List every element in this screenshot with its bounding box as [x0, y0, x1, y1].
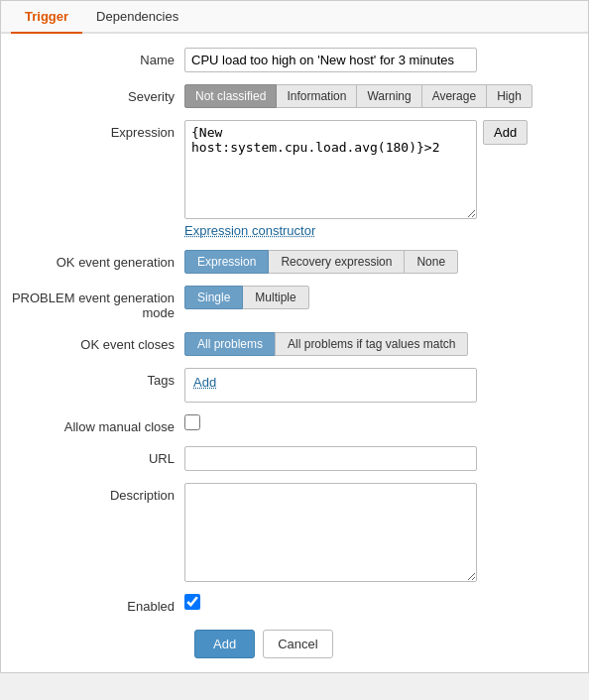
description-label: Description [11, 483, 184, 503]
url-label: URL [11, 446, 184, 466]
tabs-bar: Trigger Dependencies [1, 1, 588, 34]
expression-label: Expression [11, 120, 184, 140]
url-row: URL [11, 446, 578, 471]
allow-manual-row: Allow manual close [11, 414, 578, 434]
tab-trigger[interactable]: Trigger [11, 1, 82, 34]
ok-closes-label: OK event closes [11, 332, 184, 352]
name-control [184, 48, 578, 72]
tags-row: Tags Add [11, 368, 578, 403]
name-label: Name [11, 48, 184, 67]
ok-closes-group: All problems All problems if tag values … [184, 332, 468, 356]
ok-closes-tag[interactable]: All problems if tag values match [275, 332, 468, 356]
url-control [184, 446, 578, 471]
ok-event-expression[interactable]: Expression [184, 250, 269, 274]
ok-event-none[interactable]: None [404, 250, 458, 274]
allow-manual-label: Allow manual close [11, 414, 184, 434]
ok-closes-all[interactable]: All problems [184, 332, 276, 356]
severity-high[interactable]: High [486, 84, 532, 108]
tags-add-link[interactable]: Add [193, 375, 216, 390]
problem-mode-row: PROBLEM event generation mode Single Mul… [11, 286, 578, 320]
allow-manual-checkbox[interactable] [184, 414, 200, 430]
problem-mode-control: Single Multiple [184, 286, 578, 309]
main-container: Trigger Dependencies Name Severity Not c… [0, 0, 589, 673]
severity-label: Severity [11, 84, 184, 104]
ok-event-row: OK event generation Expression Recovery … [11, 250, 578, 274]
problem-mode-single[interactable]: Single [184, 286, 243, 309]
expression-control: {New host:system.cpu.load.avg(180)}>2 Ad… [184, 120, 578, 238]
ok-event-recovery[interactable]: Recovery expression [268, 250, 405, 274]
add-button[interactable]: Add [194, 630, 255, 658]
expression-wrap: {New host:system.cpu.load.avg(180)}>2 Ad… [184, 120, 528, 238]
description-control [184, 483, 578, 582]
description-textarea[interactable] [184, 483, 477, 582]
cancel-button[interactable]: Cancel [263, 630, 332, 658]
enabled-row: Enabled [11, 594, 578, 614]
name-input[interactable] [184, 48, 477, 72]
severity-group: Not classified Information Warning Avera… [184, 84, 532, 108]
severity-average[interactable]: Average [421, 84, 487, 108]
severity-information[interactable]: Information [276, 84, 357, 108]
expression-add-button[interactable]: Add [483, 120, 528, 145]
severity-not-classified[interactable]: Not classified [184, 84, 277, 108]
url-input[interactable] [184, 446, 477, 471]
expression-textarea[interactable]: {New host:system.cpu.load.avg(180)}>2 [184, 120, 477, 219]
ok-event-control: Expression Recovery expression None [184, 250, 578, 274]
severity-warning[interactable]: Warning [356, 84, 421, 108]
description-row: Description [11, 483, 578, 582]
allow-manual-control [184, 414, 578, 430]
form-actions: Add Cancel [11, 630, 578, 658]
ok-closes-control: All problems All problems if tag values … [184, 332, 578, 356]
tags-control: Add [184, 368, 578, 403]
ok-event-label: OK event generation [11, 250, 184, 270]
expression-constructor-link[interactable]: Expression constructor [184, 223, 528, 238]
expression-input-row: {New host:system.cpu.load.avg(180)}>2 Ad… [184, 120, 528, 219]
tab-dependencies[interactable]: Dependencies [82, 1, 192, 34]
enabled-checkbox[interactable] [184, 594, 200, 610]
severity-row: Severity Not classified Information Warn… [11, 84, 578, 108]
enabled-control [184, 594, 578, 610]
ok-closes-row: OK event closes All problems All problem… [11, 332, 578, 356]
expression-row: Expression {New host:system.cpu.load.avg… [11, 120, 578, 238]
tags-wrap: Add [184, 368, 477, 403]
enabled-label: Enabled [11, 594, 184, 614]
tags-label: Tags [11, 368, 184, 388]
problem-mode-label: PROBLEM event generation mode [11, 286, 184, 320]
problem-mode-group: Single Multiple [184, 286, 309, 309]
ok-event-group: Expression Recovery expression None [184, 250, 458, 274]
form-body: Name Severity Not classified Information… [1, 34, 588, 672]
severity-control: Not classified Information Warning Avera… [184, 84, 578, 108]
problem-mode-multiple[interactable]: Multiple [242, 286, 308, 309]
name-row: Name [11, 48, 578, 72]
